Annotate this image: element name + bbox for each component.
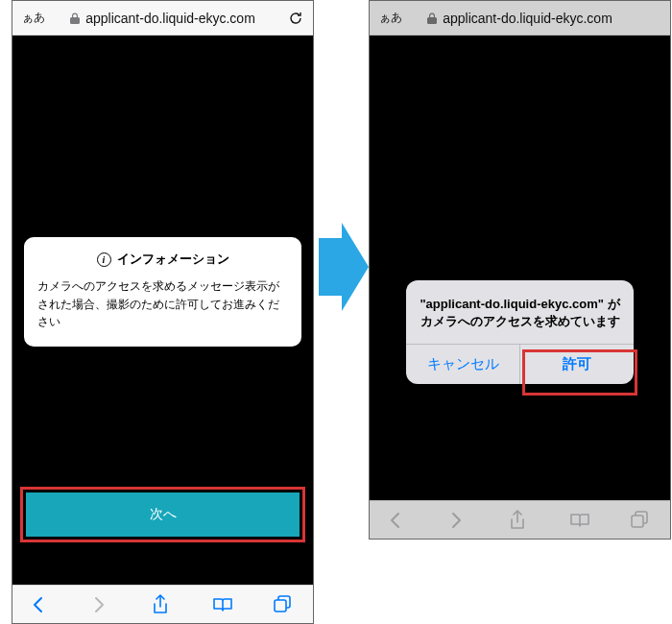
address-bar[interactable]: ぁあ applicant-do.liquid-ekyc.com (12, 1, 313, 36)
tabs-icon (630, 511, 651, 530)
tabs-icon[interactable] (273, 595, 294, 614)
info-icon: i (97, 252, 111, 267)
camera-permission-alert: "applicant-do.liquid-ekyc.com" がカメラへのアクセ… (406, 280, 634, 384)
back-icon (389, 511, 410, 530)
forward-icon (449, 511, 470, 530)
url-text: applicant-do.liquid-ekyc.com (85, 11, 255, 26)
url-text: applicant-do.liquid-ekyc.com (443, 11, 612, 26)
svg-rect-0 (275, 600, 286, 612)
share-icon[interactable] (152, 594, 173, 615)
bookmarks-icon[interactable] (212, 596, 233, 613)
alert-message: "applicant-do.liquid-ekyc.com" がカメラへのアクセ… (406, 280, 634, 344)
lock-icon (70, 12, 80, 24)
info-body: カメラへのアクセスを求めるメッセージ表示がされた場合、撮影のために許可してお進み… (37, 277, 288, 331)
allow-button[interactable]: 許可 (519, 345, 634, 384)
next-button-highlight: 次へ (20, 487, 305, 542)
forward-icon (92, 595, 113, 614)
text-size-toggle: ぁあ (379, 10, 402, 26)
browser-toolbar (370, 500, 670, 539)
lock-icon (427, 12, 437, 24)
share-icon (509, 510, 530, 531)
back-icon[interactable] (32, 595, 53, 614)
phone-left: ぁあ applicant-do.liquid-ekyc.com i インフォメー… (12, 0, 314, 624)
page-content: i インフォメーション カメラへのアクセスを求めるメッセージ表示がされた場合、撮… (12, 36, 313, 585)
next-button[interactable]: 次へ (26, 492, 300, 537)
info-heading: i インフォメーション (37, 251, 288, 268)
address-bar: ぁあ applicant-do.liquid-ekyc.com (370, 1, 670, 36)
allow-button-highlight (522, 349, 637, 396)
information-card: i インフォメーション カメラへのアクセスを求めるメッセージ表示がされた場合、撮… (24, 237, 301, 347)
page-content: "applicant-do.liquid-ekyc.com" がカメラへのアクセ… (370, 36, 670, 500)
info-title: インフォメーション (117, 251, 229, 268)
text-size-toggle[interactable]: ぁあ (22, 10, 45, 26)
phone-right: ぁあ applicant-do.liquid-ekyc.com "applica… (369, 0, 671, 540)
reload-icon[interactable] (288, 11, 303, 26)
browser-toolbar (12, 585, 313, 623)
bookmarks-icon (569, 512, 590, 529)
svg-rect-1 (632, 516, 643, 527)
alert-buttons: キャンセル 許可 (406, 344, 634, 384)
cancel-button[interactable]: キャンセル (406, 345, 519, 384)
